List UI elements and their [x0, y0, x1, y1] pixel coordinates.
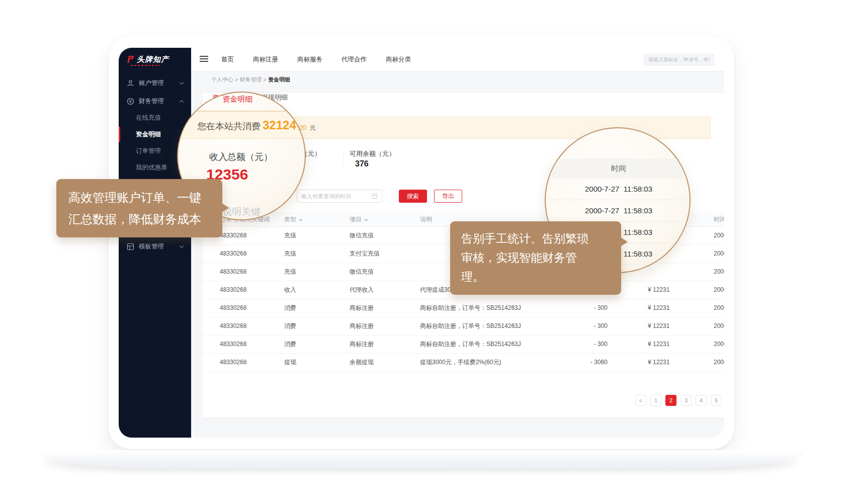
logo-tagline — [131, 65, 160, 66]
cell-amount: - 3060 — [555, 354, 608, 371]
page-background: 头牌知产 账户管理 财务管理 在线充值 — [0, 0, 853, 504]
laptop-base — [39, 450, 804, 469]
chevron-up-icon — [180, 100, 184, 104]
table-row[interactable]: 48330268消费商标注册商标自助注册，订单号：SB2514263J- 300… — [203, 317, 724, 335]
callout-pointer — [222, 203, 229, 212]
cell-order: 48330268 — [220, 281, 246, 299]
callout-right: 告别手工统计、告别繁琐 审核，实现智能财务管 理。 — [450, 221, 621, 295]
pagination-page-button[interactable]: 5 — [711, 395, 722, 406]
sidebar-item-online-recharge[interactable]: 在线充值 — [136, 113, 161, 123]
callout-text: 告别手工统计、告别繁琐 — [461, 229, 621, 248]
hamburger-menu-icon[interactable] — [200, 56, 208, 63]
magnified-time-header: 时间 — [546, 158, 691, 179]
cell-time: 2000-7-27 11:58:03 — [714, 263, 724, 281]
search-input[interactable] — [643, 53, 715, 66]
sort-caret-icon — [299, 219, 303, 221]
breadcrumb: 个人中心 > 财务管理 > 资金明细 — [191, 71, 724, 88]
cell-order: 48330268 — [220, 317, 246, 335]
menu-item-home[interactable]: 首页 — [221, 55, 234, 64]
banner-unit: 元 — [309, 124, 315, 131]
menu-item-trademark-category[interactable]: 商标分类 — [386, 55, 411, 64]
user-icon — [127, 79, 134, 87]
logo-mark-icon — [126, 55, 135, 64]
cell-item: 支付宝充值 — [350, 245, 380, 263]
menu-item-trademark-register[interactable]: 商标注册 — [253, 55, 278, 64]
callout-pointer — [621, 237, 628, 246]
cell-type: 消费 — [284, 317, 296, 335]
cell-order: 48330268 — [220, 354, 246, 371]
cell-time: 2000-7-27 11:58:03 — [714, 299, 724, 317]
sidebar-item-label: 账户管理 — [139, 79, 164, 88]
sidebar-item-order-management[interactable]: 订单管理 — [136, 146, 161, 156]
header-item[interactable]: 项目 — [350, 212, 368, 227]
template-icon — [127, 243, 134, 250]
header-desc: 说明 — [420, 212, 432, 227]
cell-time: 2000-7-27 11:58:03 — [714, 227, 724, 244]
finance-icon — [127, 98, 134, 105]
menu-item-trademark-service[interactable]: 商标服务 — [297, 55, 322, 64]
callout-text: 汇总数据，降低财务成本 — [68, 208, 222, 230]
callout-text: 理。 — [461, 267, 621, 286]
pagination: < 1 2 3 4 5 — [631, 395, 722, 406]
cell-time: 2000-7-27 11:58:03 — [714, 245, 724, 263]
pagination-page-button[interactable]: 4 — [696, 395, 707, 406]
chevron-down-icon — [180, 80, 184, 85]
magnified-banner-prefix: 您在本站共消费 — [197, 121, 261, 131]
cell-time: 2000-7-27 11:58:03 — [714, 281, 724, 299]
header-type[interactable]: 类型 — [284, 212, 303, 227]
magnified-tab-text: 资金明细 — [222, 95, 252, 104]
pagination-prev-button[interactable]: < — [635, 395, 646, 406]
magnified-time-row: 2000-7-27 11:58:03 — [546, 200, 691, 222]
cell-type: 收入 — [284, 281, 296, 299]
available-balance-label: 可用余额（元） — [350, 149, 395, 158]
cell-amount: - 300 — [555, 299, 608, 317]
cell-item: 微信充值 — [350, 263, 374, 281]
search-button[interactable]: 搜索 — [399, 190, 427, 203]
callout-text: 高效管理账户订单、一键 — [68, 187, 222, 208]
stat-divider — [344, 149, 344, 167]
sidebar-item-account[interactable]: 账户管理 — [119, 76, 191, 90]
pagination-page-button[interactable]: 3 — [680, 395, 692, 406]
cell-item: 微信充值 — [350, 227, 374, 244]
cell-item: 商标注册 — [350, 299, 374, 317]
chevron-down-icon — [180, 244, 184, 248]
cell-desc: 提现3000元，手续费2%(60元) — [420, 354, 501, 371]
sidebar-item-fund-detail[interactable]: 资金明细 — [136, 129, 161, 139]
calendar-icon[interactable] — [372, 194, 377, 199]
date-range-input[interactable] — [297, 190, 382, 203]
cell-time: 2000-7-27 11:58:03 — [714, 317, 724, 335]
cell-type: 充值 — [284, 263, 296, 281]
top-menu: 首页 商标注册 商标服务 代理合作 商标分类 — [221, 48, 430, 71]
magnified-income-label: 收入总额（元） — [209, 151, 273, 163]
magnified-banner: 您在本站共消费32124元 — [177, 111, 306, 139]
table-row[interactable]: 48330268消费商标注册商标自助注册，订单号：SB2514263J- 300… — [203, 335, 724, 354]
table-row[interactable]: 48330268提现余额提现提现3000元，手续费2%(60元)- 3060¥ … — [203, 354, 724, 372]
menu-item-agency[interactable]: 代理合作 — [342, 55, 367, 64]
cell-type: 消费 — [284, 335, 296, 353]
logo-text: 头牌知产 — [137, 55, 169, 64]
sidebar-item-coupons[interactable]: 我的优惠券 — [136, 162, 167, 173]
cell-order: 48330268 — [220, 263, 246, 281]
cell-time: 2000-7-27 11:58:03 — [714, 335, 724, 353]
callout-left: 高效管理账户订单、一键 汇总数据，降低财务成本 — [56, 179, 222, 237]
active-indicator — [119, 127, 120, 142]
cell-amount: - 300 — [555, 335, 608, 353]
pagination-page-button-active[interactable]: 2 — [665, 395, 676, 406]
available-balance-value: 376 — [355, 159, 369, 169]
cell-type: 消费 — [284, 299, 296, 317]
logo: 头牌知产 — [126, 55, 169, 64]
sort-caret-icon — [364, 219, 368, 221]
cell-desc: 商标自助注册，订单号：SB2514263J — [420, 317, 521, 335]
cell-desc: 商标自助注册，订单号：SB2514263J — [420, 335, 521, 353]
sidebar-item-template[interactable]: 模板管理 — [119, 240, 191, 253]
cell-amount: - 300 — [555, 317, 608, 335]
table-row[interactable]: 48330268消费商标注册商标自助注册，订单号：SB2514263J- 300… — [203, 299, 724, 317]
sidebar-item-finance[interactable]: 财务管理 — [119, 95, 191, 108]
magnified-banner-amount: 32124 — [263, 118, 296, 132]
cell-type: 提现 — [284, 354, 296, 371]
pagination-page-button[interactable]: 1 — [650, 395, 661, 406]
cell-balance: ¥ 12231 — [648, 299, 669, 317]
cell-item: 代理收入 — [350, 281, 374, 299]
cell-order: 48330268 — [220, 335, 246, 353]
export-button[interactable]: 导出 — [434, 190, 462, 203]
